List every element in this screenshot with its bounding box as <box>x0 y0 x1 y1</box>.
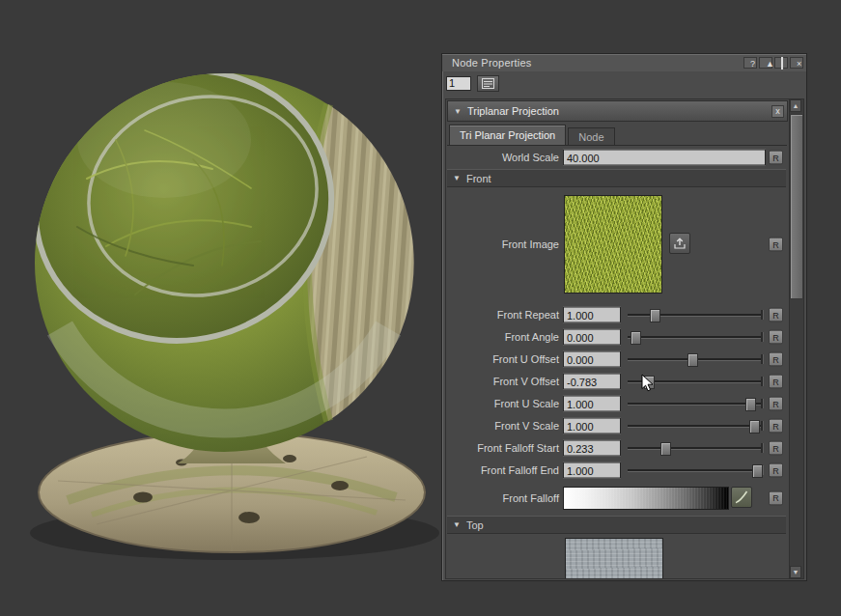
param-value-field[interactable] <box>563 351 621 368</box>
load-image-button[interactable] <box>669 233 690 254</box>
param-slider[interactable] <box>628 351 764 367</box>
param-slider[interactable] <box>628 462 764 478</box>
scroll-down-icon[interactable]: ▼ <box>790 566 801 578</box>
panel-toolbar <box>446 74 499 92</box>
scrollbar-thumb[interactable] <box>790 114 803 299</box>
form-layout-icon <box>482 78 494 89</box>
param-slider[interactable] <box>628 396 764 411</box>
preview-sphere <box>7 40 414 452</box>
param-value-field[interactable] <box>563 396 621 412</box>
scroll-up-icon[interactable]: ▲ <box>790 99 801 112</box>
close-icon[interactable]: × <box>790 57 803 69</box>
param-value-field[interactable] <box>563 440 621 457</box>
front-falloff-row: Front Falloff R <box>446 484 787 512</box>
param-label: Front Repeat <box>446 309 559 321</box>
slider-end-tick <box>761 399 764 408</box>
top-image-thumbnail[interactable] <box>565 538 663 579</box>
reset-button[interactable]: R <box>769 419 783 434</box>
falloff-gradient-bar[interactable] <box>563 487 729 510</box>
param-label: Front V Scale <box>446 420 559 432</box>
tab-tri-planar-projection[interactable]: Tri Planar Projection <box>449 125 566 145</box>
slider-end-tick <box>761 377 764 386</box>
front-image-thumbnail[interactable] <box>564 195 662 294</box>
top-section-header[interactable]: ▼ Top <box>447 516 786 534</box>
form-view-button[interactable] <box>477 75 499 92</box>
slider-end-tick <box>761 421 764 431</box>
slider-track <box>628 336 764 339</box>
slider-handle[interactable] <box>660 442 671 456</box>
slider-handle[interactable] <box>644 376 655 389</box>
param-label: Front U Scale <box>446 398 559 409</box>
item-index-field[interactable] <box>446 76 471 91</box>
param-value-field[interactable] <box>563 418 621 434</box>
material-preview-render <box>0 0 444 616</box>
param-slider[interactable] <box>628 440 764 456</box>
node-properties-panel: Node Properties ? ▲ × ▼ <box>441 53 807 581</box>
reset-button[interactable]: R <box>769 375 783 389</box>
slider-track <box>628 403 764 406</box>
param-slider[interactable] <box>628 374 764 389</box>
pin-up-icon[interactable]: ▲ <box>759 57 772 69</box>
param-label: Front Angle <box>446 331 559 343</box>
reset-button[interactable]: R <box>769 238 783 252</box>
param-slider[interactable] <box>628 418 764 434</box>
param-label: Front Falloff End <box>446 464 559 476</box>
param-value-field[interactable] <box>563 329 621 346</box>
slider-handle[interactable] <box>749 420 760 434</box>
node-close-button[interactable]: x <box>771 105 784 118</box>
slider-track <box>628 425 764 428</box>
param-label: Front Falloff Start <box>446 442 559 454</box>
slider-track <box>628 447 764 450</box>
panel-title: Node Properties <box>452 57 532 69</box>
reset-button[interactable]: R <box>769 397 783 411</box>
world-scale-row: World Scale R <box>446 147 787 168</box>
app-root: Node Properties ? ▲ × ▼ <box>0 0 841 616</box>
param-label: Front V Offset <box>446 376 559 387</box>
param-value-field[interactable] <box>563 307 621 323</box>
collapse-arrow-icon[interactable]: ▼ <box>454 107 462 116</box>
param-value-field[interactable] <box>563 374 621 390</box>
reset-button[interactable]: R <box>769 330 783 345</box>
front-falloff-label: Front Falloff <box>446 492 559 504</box>
slider-handle[interactable] <box>650 309 660 322</box>
param-row: Front Falloff End R <box>446 460 787 481</box>
slider-handle[interactable] <box>752 464 763 478</box>
top-section-label: Top <box>466 519 484 531</box>
reset-button[interactable]: R <box>769 441 783 456</box>
front-image-label: Front Image <box>446 238 559 250</box>
restore-window-icon[interactable] <box>774 57 788 69</box>
world-scale-field[interactable] <box>563 150 766 166</box>
slider-handle[interactable] <box>631 331 641 345</box>
titlebar-icons: ? ▲ × <box>743 57 803 69</box>
param-value-field[interactable] <box>563 462 621 479</box>
param-slider[interactable] <box>628 307 764 322</box>
world-scale-label: World Scale <box>446 152 559 163</box>
edit-gradient-button[interactable] <box>731 487 752 508</box>
collapse-arrow-icon[interactable]: ▼ <box>453 174 461 182</box>
scrollbar[interactable]: ▲ ▼ <box>789 98 804 579</box>
tab-node[interactable]: Node <box>568 127 614 145</box>
param-row: Front V Scale R <box>446 415 787 436</box>
panel-titlebar[interactable]: Node Properties ? ▲ × <box>442 54 806 71</box>
param-row: Front Repeat R <box>446 304 787 325</box>
collapse-arrow-icon[interactable]: ▼ <box>453 520 461 529</box>
properties-form: ▼ Triplanar Projection x Tri Planar Proj… <box>445 98 791 579</box>
node-title-header[interactable]: ▼ Triplanar Projection x <box>447 100 788 122</box>
front-section-header[interactable]: ▼ Front <box>447 169 786 187</box>
node-title: Triplanar Projection <box>467 105 559 117</box>
reset-button[interactable]: R <box>769 151 783 165</box>
front-section-label: Front <box>466 173 491 184</box>
param-row: Front U Offset R <box>446 349 787 370</box>
reset-button[interactable]: R <box>769 308 783 322</box>
slider-handle[interactable] <box>687 353 698 367</box>
3d-viewport[interactable] <box>0 0 444 616</box>
reset-button[interactable]: R <box>769 463 783 478</box>
restore-box-glyph <box>781 57 783 70</box>
param-label: Front U Offset <box>446 353 559 365</box>
param-slider[interactable] <box>628 329 764 345</box>
help-icon[interactable]: ? <box>743 57 757 69</box>
slider-handle[interactable] <box>745 398 756 411</box>
reset-button[interactable]: R <box>769 352 783 367</box>
reset-button[interactable]: R <box>769 490 783 505</box>
param-row: Front Falloff Start R <box>446 437 787 459</box>
